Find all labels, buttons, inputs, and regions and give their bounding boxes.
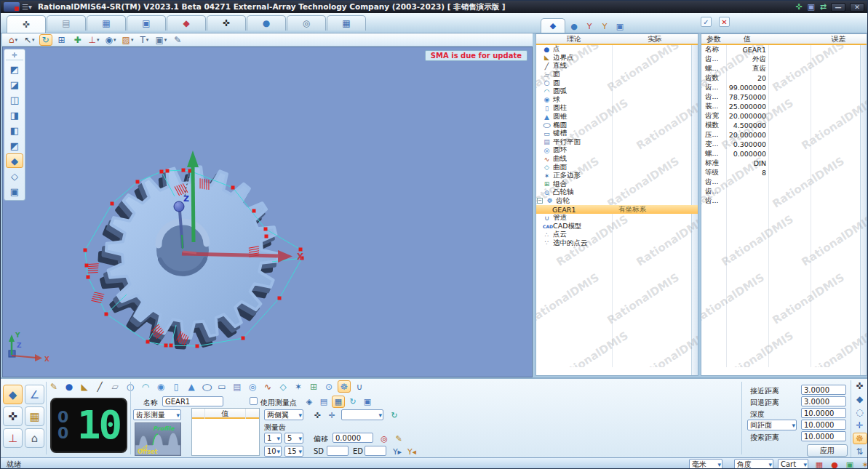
probe-ball-icon[interactable]: ● <box>828 459 841 469</box>
pin-icon[interactable]: ✛ <box>6 51 23 60</box>
home-button[interactable]: ⌂▾ <box>7 34 20 46</box>
probe-position-button[interactable]: ✚ <box>71 34 84 46</box>
tool-disable-probe[interactable]: ◩ <box>6 62 23 76</box>
geo-curve-button[interactable]: ∿ <box>261 380 274 393</box>
geo-sphere-button[interactable]: ◉ <box>154 380 167 393</box>
tree-item-point[interactable]: ●点 <box>536 45 698 54</box>
strip-probe2-icon[interactable]: ✛ <box>853 420 867 431</box>
capture-button[interactable]: ▣▾ <box>154 34 168 46</box>
probe-angle-icon[interactable]: ✛ <box>325 409 338 422</box>
tab-measure[interactable]: ✜ <box>7 15 46 33</box>
tool-vector-measure[interactable]: ◫ <box>6 92 23 107</box>
mode-caliper-button[interactable]: ∠ <box>25 385 44 404</box>
tree-item-surface[interactable]: ◇曲面 <box>536 163 698 172</box>
motion-input[interactable] <box>801 431 846 441</box>
grid-status-icon[interactable]: ▦ <box>813 459 826 469</box>
flank-select[interactable]: 两侧翼 <box>264 409 303 420</box>
rotate-button[interactable]: ↻ <box>39 34 52 46</box>
probe-t-icon[interactable]: ✜ <box>311 409 324 422</box>
alignment-button[interactable]: ⊥▾ <box>87 34 101 46</box>
ed-input[interactable] <box>365 446 386 456</box>
measure-type-select[interactable]: 齿形测量 <box>133 409 181 420</box>
tree-item-torus[interactable]: ◎圆环 <box>536 146 698 155</box>
tab-report[interactable]: ▤ <box>47 15 86 31</box>
joystick-icon[interactable]: ✜ <box>795 2 802 12</box>
mode-measure-button[interactable]: ◆ <box>3 385 23 404</box>
feature-name-input[interactable] <box>162 396 223 406</box>
offset-input[interactable] <box>333 433 373 443</box>
viewport-3d[interactable]: XZ Y Z X SMA is due for update <box>2 47 533 377</box>
tree-item-circle[interactable]: ○圆 <box>536 79 698 87</box>
tooth-to2-select[interactable]: 15 <box>284 446 303 457</box>
motion-input[interactable] <box>801 420 846 430</box>
tab-probe-manager[interactable]: ✜ <box>207 15 246 31</box>
tab-disc[interactable]: ◎ <box>287 15 326 31</box>
geo-ellipse-button[interactable]: ○ <box>200 380 213 393</box>
confirm-check-button[interactable]: ✓ <box>701 17 712 27</box>
strip-probe-icon[interactable]: ✜ <box>853 380 867 392</box>
measure-scan-button[interactable]: ✎ <box>171 34 184 46</box>
tool-point-measure[interactable]: ◪ <box>6 77 23 92</box>
geo-pipe-button[interactable]: ∪ <box>353 380 366 393</box>
apply-button[interactable]: 应用 <box>807 444 848 457</box>
spacing-plane-select[interactable]: 间距面 <box>747 420 797 430</box>
monitor-icon[interactable]: ▣ <box>613 20 626 33</box>
use-measured-points-checkbox[interactable] <box>250 397 258 405</box>
tool-batch[interactable]: ◇ <box>6 169 23 183</box>
tool-probe-edit[interactable]: ◧ <box>6 123 23 137</box>
strip-settings-icon[interactable]: ☸ <box>853 433 867 444</box>
tooth-from-select[interactable]: 1 <box>264 433 282 444</box>
minimize-button[interactable]: — <box>831 3 845 12</box>
tab-machine[interactable]: ▦ <box>327 15 366 31</box>
select-button[interactable]: ↖▾ <box>23 34 36 46</box>
tree-item-boundary-point[interactable]: ◣边界点 <box>536 54 698 63</box>
geo-point-button[interactable]: ● <box>63 380 76 393</box>
filter-back-icon[interactable]: Y◂ <box>405 446 418 458</box>
tab-grid[interactable]: ▦ <box>87 15 126 31</box>
motion-input[interactable] <box>801 396 846 406</box>
tree-item-curve[interactable]: ∿曲线 <box>536 155 698 164</box>
geo-group-button[interactable]: ⊞ <box>307 380 320 393</box>
geo-cylinder-button[interactable]: ▯ <box>170 380 183 393</box>
strip-search-icon[interactable]: ◌ <box>853 406 867 418</box>
geo-slot-button[interactable]: ▭ <box>215 380 228 393</box>
geo-camshaft-button[interactable]: ⊙ <box>322 380 335 393</box>
tooth-to-select[interactable]: 5 <box>284 433 303 444</box>
mode-axes-button[interactable]: ⊥ <box>3 428 23 448</box>
label-button[interactable]: T▾ <box>138 34 151 46</box>
view-button[interactable]: ◉▾ <box>104 34 118 46</box>
tree-item-parallel-planes[interactable]: ▤平行平面 <box>536 138 698 147</box>
motion-input[interactable] <box>801 408 846 418</box>
tree-item-slot[interactable]: ▭键槽 <box>536 129 698 138</box>
geo-surface-button[interactable]: ◇ <box>276 380 290 393</box>
tool-scan[interactable]: ◆ <box>6 153 23 168</box>
tree-item-cylinder[interactable]: ▯圆柱 <box>536 104 698 113</box>
close-panel-button[interactable]: ✕ <box>719 17 730 27</box>
geo-parallel-planes-button[interactable]: ▤ <box>231 380 244 393</box>
tree-item-line[interactable]: ╱直线 <box>536 62 698 71</box>
geo-cone-button[interactable]: ▲ <box>185 380 198 393</box>
tree-item-pipe[interactable]: ∪管道 <box>536 214 698 223</box>
graph-icon[interactable]: ▤ <box>317 396 330 408</box>
strip-feature-icon[interactable]: ◆ <box>853 393 867 405</box>
target-point-icon[interactable]: ◎ <box>378 433 391 445</box>
tree-item-plane[interactable]: ▱面 <box>536 71 698 79</box>
geo-torus-button[interactable]: ◎ <box>246 380 259 393</box>
report-view-icon[interactable]: ▣ <box>361 396 374 408</box>
coord-select[interactable]: Cart <box>778 459 808 469</box>
tab-cad[interactable]: ◆ <box>167 15 206 31</box>
screen-share-icon[interactable]: ▣ <box>807 2 814 12</box>
angle-select[interactable]: 角度 <box>734 459 773 469</box>
tree-item-point-cloud[interactable]: ∴点云 <box>536 231 698 239</box>
tab-output[interactable]: ▣ <box>127 15 166 31</box>
filter-orange-icon[interactable]: Y <box>598 20 611 33</box>
strip-scroll-icon[interactable]: ⇅ <box>853 446 867 457</box>
axis-status-icon[interactable]: ▣ <box>843 459 856 469</box>
measured-points-icon[interactable]: ◈ <box>303 396 316 408</box>
tool-exit[interactable]: ▣ <box>6 184 23 199</box>
zoom-window-button[interactable]: ⊞ <box>55 34 68 46</box>
table-view-icon[interactable]: ▦ <box>332 396 345 408</box>
filter-red-icon[interactable]: Y <box>583 20 596 33</box>
tree-item-cone[interactable]: ▲圆锥 <box>536 113 698 121</box>
motion-input[interactable] <box>801 385 846 395</box>
